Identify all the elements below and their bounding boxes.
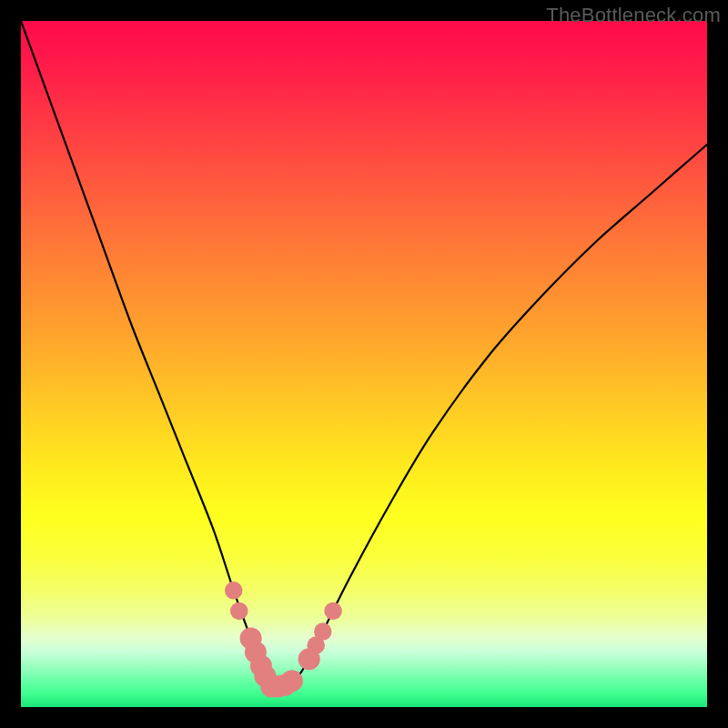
curve-layer [21, 21, 707, 707]
marker-dot [250, 655, 272, 677]
marker-dot [240, 628, 262, 650]
marker-dot [274, 674, 296, 696]
curve-markers [225, 581, 342, 697]
plot-area [21, 21, 707, 707]
bottleneck-curve [21, 21, 707, 688]
chart-frame: TheBottleneck.com [0, 0, 728, 728]
marker-dot [324, 602, 342, 621]
marker-dot [307, 636, 325, 654]
marker-dot [245, 642, 267, 663]
marker-dot [314, 622, 332, 641]
watermark-text: TheBottleneck.com [546, 4, 721, 27]
marker-dot [298, 648, 320, 670]
marker-dot [230, 602, 248, 621]
marker-dot [268, 675, 289, 697]
marker-dot [254, 665, 276, 687]
marker-dot [225, 581, 243, 600]
marker-dot [281, 670, 303, 692]
marker-dot [260, 675, 282, 697]
